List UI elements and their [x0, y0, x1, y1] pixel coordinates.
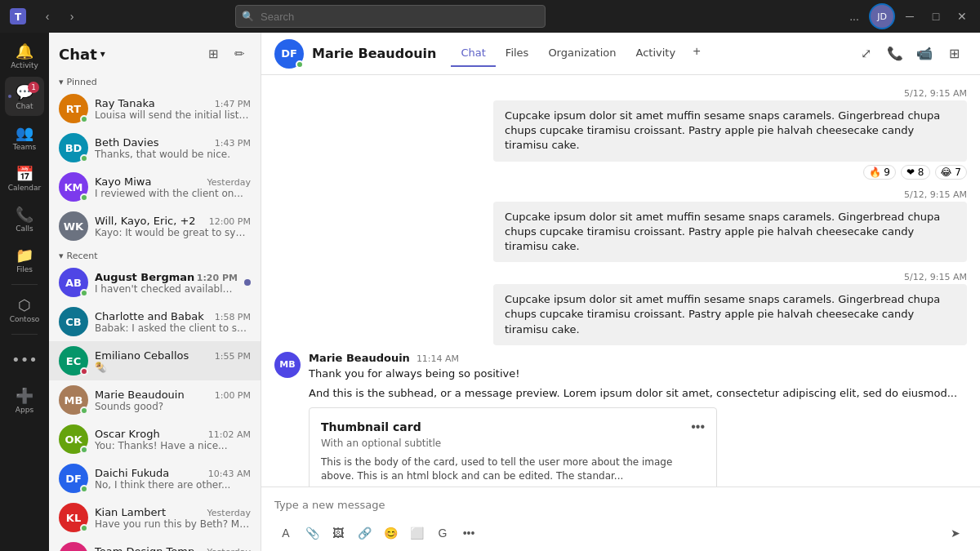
filter-button[interactable]: ⊞: [202, 42, 225, 65]
list-item[interactable]: MB Marie Beaudouin1:00 PM Sounds good?: [49, 380, 261, 420]
list-item[interactable]: WK Will, Kayo, Eric, +212:00 PM Kayo: It…: [49, 207, 261, 246]
status-badge: [80, 193, 88, 202]
list-item[interactable]: KL Kian LambertYesterday Have you run th…: [49, 498, 261, 537]
expand-button[interactable]: ⤢: [853, 41, 879, 67]
chevron-icon: ▾: [59, 77, 64, 87]
user-avatar[interactable]: JD: [869, 3, 895, 29]
sidebar-item-teams[interactable]: 👥 Teams: [5, 118, 44, 157]
compose-input[interactable]: [274, 494, 967, 516]
link-button[interactable]: 🔗: [353, 522, 376, 544]
list-item[interactable]: TD Team Design TemplateYesterday Reta: L…: [49, 537, 261, 551]
calls-icon: 📞: [16, 206, 33, 223]
search-icon: 🔍: [242, 11, 254, 22]
format-button[interactable]: A: [274, 522, 297, 544]
sidebar-item-calendar[interactable]: 📅 Calendar: [5, 158, 44, 198]
main-content: DF Marie Beaudouin Chat Files Organizati…: [261, 33, 980, 551]
sidebar-item-chat[interactable]: 💬 Chat 1: [5, 77, 44, 116]
more-options-button[interactable]: ⊞: [941, 41, 967, 67]
nav-divider-2: [11, 334, 38, 335]
titlebar-search-area: 🔍: [235, 5, 546, 28]
media-button[interactable]: 🖼: [327, 522, 350, 544]
close-button[interactable]: ✕: [951, 5, 973, 28]
list-item[interactable]: CB Charlotte and Babak1:58 PM Babak: I a…: [49, 302, 261, 341]
list-item[interactable]: BD Beth Davies1:43 PM Thanks, that would…: [49, 128, 261, 167]
video-call-button[interactable]: 📹: [911, 41, 938, 67]
message-timestamp: 5/12, 9:15 AM: [904, 189, 967, 200]
sidebar-item-calls[interactable]: 📞 Calls: [5, 199, 44, 238]
messages-area: 5/12, 9:15 AM Cupcake ipsum dolor sit am…: [261, 75, 980, 487]
minimize-button[interactable]: ─: [898, 5, 921, 28]
chat-time: 1:00 PM: [215, 390, 251, 401]
sidebar-item-contoso[interactable]: ⬡ Contoso: [5, 290, 44, 329]
titlebar-right: ... JD ─ □ ✕: [843, 3, 973, 29]
chevron-down-icon[interactable]: ▾: [100, 48, 105, 60]
calendar-icon: 📅: [16, 165, 33, 182]
app-logo: T: [7, 5, 29, 28]
reaction-heart[interactable]: ❤️ 8: [901, 165, 930, 180]
emoji-button[interactable]: 😊: [379, 522, 402, 544]
pinned-label: Pinned: [67, 77, 97, 87]
message-row-incoming: MB Marie Beaudouin 11:14 AM Thank you fo…: [274, 352, 967, 487]
contact-name: Marie Beaudouin: [312, 46, 436, 61]
chat-time: 1:47 PM: [215, 99, 251, 109]
status-badge: [80, 115, 88, 123]
tab-chat[interactable]: Chat: [451, 40, 495, 67]
sidebar-item-more[interactable]: •••: [5, 340, 44, 379]
attach-button[interactable]: 📎: [301, 522, 323, 544]
message-timestamp: 5/12, 9:15 AM: [904, 272, 967, 282]
chat-preview: Sounds good?: [95, 401, 251, 412]
list-item[interactable]: KM Kayo MiwaYesterday I reviewed with th…: [49, 167, 261, 207]
chat-time: Yesterday: [207, 547, 251, 552]
more-button[interactable]: ...: [843, 5, 866, 28]
tab-files[interactable]: Files: [496, 40, 539, 67]
new-chat-button[interactable]: ✏: [228, 42, 251, 65]
active-indicator: [8, 95, 11, 98]
list-item[interactable]: RT Ray Tanaka1:47 PM Louisa will send th…: [49, 89, 261, 128]
message-timestamp: 5/12, 9:15 AM: [904, 88, 967, 99]
card-more-button[interactable]: •••: [691, 420, 705, 434]
chat-header-actions: ⤢ 📞 📹 ⊞: [853, 41, 967, 67]
reaction-laugh[interactable]: 😂 7: [935, 165, 967, 180]
message-group-1: 5/12, 9:15 AM Cupcake ipsum dolor sit am…: [274, 85, 967, 180]
send-button[interactable]: ➤: [944, 522, 967, 544]
chat-time: 1:55 PM: [215, 351, 251, 362]
pinned-section-header[interactable]: ▾ Pinned: [49, 72, 261, 89]
status-badge: [80, 407, 88, 415]
message-bubble: Cupcake ipsum dolor sit amet muffin sesa…: [493, 100, 967, 162]
audio-call-button[interactable]: 📞: [882, 41, 908, 67]
tab-organization[interactable]: Organization: [538, 40, 626, 67]
forward-button[interactable]: ›: [60, 5, 83, 28]
tab-activity[interactable]: Activity: [626, 40, 686, 67]
back-button[interactable]: ‹: [36, 5, 59, 28]
add-tab-button[interactable]: +: [685, 40, 708, 63]
list-item[interactable]: EC Emiliano Ceballos1:55 PM 🌯: [49, 341, 261, 380]
avatar: TD: [59, 542, 88, 551]
list-item[interactable]: OK Oscar Krogh11:02 AM You: Thanks! Have…: [49, 420, 261, 459]
teams-icon: 👥: [16, 124, 33, 141]
recent-section-header[interactable]: ▾ Recent: [49, 246, 261, 263]
more-toolbar-button[interactable]: •••: [457, 522, 480, 544]
chat-preview: Have you run this by Beth? Mak...: [95, 518, 251, 530]
titlebar: T ‹ › 🔍 ... JD ─ □ ✕: [0, 0, 980, 33]
sidebar-item-files[interactable]: 📁 Files: [5, 240, 44, 279]
maximize-button[interactable]: □: [924, 5, 947, 28]
chat-name: Daichi Fukuda: [95, 467, 169, 479]
sticker-button[interactable]: ⬜: [405, 522, 428, 544]
chat-name: Will, Kayo, Eric, +2: [95, 215, 196, 227]
sidebar-item-apps[interactable]: ➕ Apps: [5, 380, 44, 420]
avatar: OK: [59, 424, 88, 454]
list-item[interactable]: DF Daichi Fukuda10:43 AM No, I think the…: [49, 459, 261, 498]
chat-name: Marie Beaudouin: [95, 389, 185, 401]
list-item[interactable]: AB August Bergman1:20 PM I haven't check…: [49, 263, 261, 302]
avatar: RT: [59, 94, 88, 123]
search-input[interactable]: [235, 5, 546, 28]
message-header: Marie Beaudouin 11:14 AM: [309, 352, 967, 364]
chat-name: Charlotte and Babak: [95, 310, 204, 322]
chat-preview: 🌯: [95, 362, 251, 373]
sidebar-item-activity[interactable]: 🔔 Activity: [5, 36, 44, 75]
reaction-fire[interactable]: 🔥 9: [863, 165, 896, 180]
giphy-button[interactable]: G: [431, 522, 454, 544]
card-header: Thumbnail card •••: [321, 420, 705, 434]
compose-area: A 📎 🖼 🔗 😊 ⬜ G ••• ➤: [261, 487, 980, 551]
chat-preview: Louisa will send the initial list of...: [95, 109, 251, 121]
